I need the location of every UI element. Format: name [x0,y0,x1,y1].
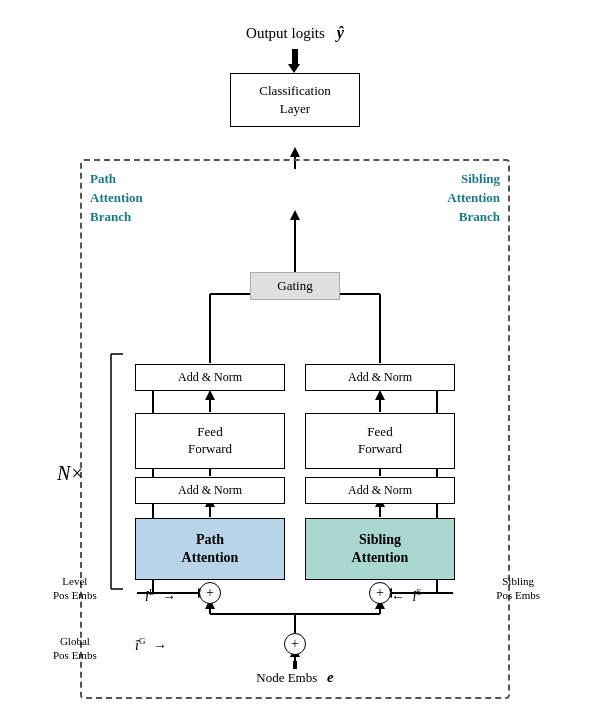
output-label: Output logits ŷ [35,24,555,42]
classification-box: ClassificationLayer [230,73,360,127]
level-pos-embs-label: LevelPos Embs [53,574,97,603]
add-norm-top-left: Add & Norm [135,364,285,391]
gating-box: Gating [250,272,340,300]
output-text: Output logits [246,25,325,41]
hat-y: ŷ [337,24,344,41]
global-pos-embs-label: GlobalPos Embs [53,634,97,663]
gating-label: Gating [277,278,312,293]
sibling-attention-label: SiblingAttention [352,532,409,565]
feed-forward-left: FeedForward [135,413,285,469]
classification-label: ClassificationLayer [259,83,331,116]
e-bold: e [327,669,334,685]
architecture-diagram: Output logits ŷ ClassificationLayer Path… [35,14,555,704]
plus-circle-left: + [199,582,221,604]
sibling-attention-box: SiblingAttention [305,518,455,580]
i-hat-l-label: îL → [145,587,176,605]
path-attention-branch-label: PathAttentionBranch [90,169,190,226]
add-norm-top-right: Add & Norm [305,364,455,391]
sibling-attention-branch-label: SiblingAttentionBranch [380,169,500,226]
node-embs-label: Node Embs e [35,669,555,686]
path-attention-box: PathAttention [135,518,285,580]
plus-circle-right: + [369,582,391,604]
feed-forward-right: FeedForward [305,413,455,469]
svg-marker-52 [290,147,300,157]
arrowhead-output [288,64,300,73]
arrow-output-to-class [292,49,298,65]
node-arrow-line [293,661,297,669]
path-attention-label: PathAttention [182,532,239,565]
i-hat-g-label: îG → [135,636,167,654]
add-norm-bottom-right: Add & Norm [305,477,455,504]
add-norm-bottom-left: Add & Norm [135,477,285,504]
plus-circle-global: + [284,633,306,655]
sibling-pos-embs-label: SiblingPos Embs [496,574,540,603]
n-times-label: N× [57,462,84,485]
i-hat-s-label: ← îS [391,587,421,605]
